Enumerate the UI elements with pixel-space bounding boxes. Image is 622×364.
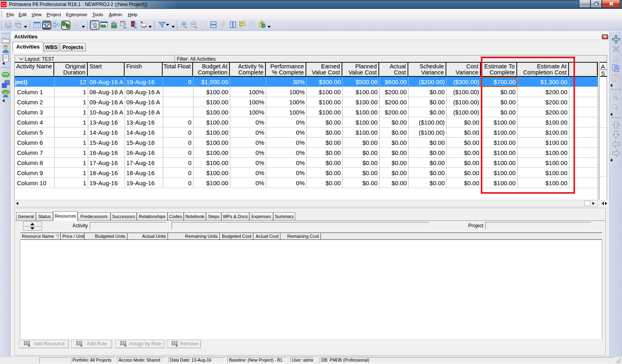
svg-text:?: ? xyxy=(251,22,253,27)
svg-text:A: A xyxy=(94,24,96,27)
